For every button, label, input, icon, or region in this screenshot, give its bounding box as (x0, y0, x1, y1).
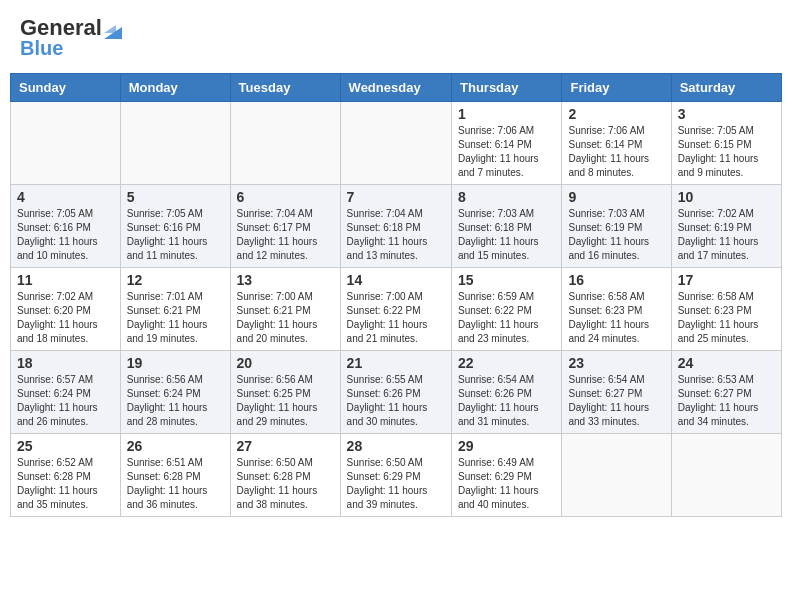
day-info: Sunrise: 6:50 AM Sunset: 6:29 PM Dayligh… (347, 456, 445, 512)
calendar-cell (340, 102, 451, 185)
day-number: 22 (458, 355, 555, 371)
day-number: 2 (568, 106, 664, 122)
day-info: Sunrise: 7:00 AM Sunset: 6:21 PM Dayligh… (237, 290, 334, 346)
calendar-cell: 14Sunrise: 7:00 AM Sunset: 6:22 PM Dayli… (340, 268, 451, 351)
day-number: 10 (678, 189, 775, 205)
day-number: 8 (458, 189, 555, 205)
calendar-cell: 27Sunrise: 6:50 AM Sunset: 6:28 PM Dayli… (230, 434, 340, 517)
day-number: 23 (568, 355, 664, 371)
day-number: 19 (127, 355, 224, 371)
day-number: 16 (568, 272, 664, 288)
logo-bird-icon (104, 17, 122, 39)
calendar-cell (671, 434, 781, 517)
calendar-week-row: 11Sunrise: 7:02 AM Sunset: 6:20 PM Dayli… (11, 268, 782, 351)
logo-blue-text: Blue (20, 37, 63, 60)
column-header-sunday: Sunday (11, 74, 121, 102)
calendar-cell: 9Sunrise: 7:03 AM Sunset: 6:19 PM Daylig… (562, 185, 671, 268)
calendar-week-row: 18Sunrise: 6:57 AM Sunset: 6:24 PM Dayli… (11, 351, 782, 434)
day-number: 1 (458, 106, 555, 122)
calendar-cell: 16Sunrise: 6:58 AM Sunset: 6:23 PM Dayli… (562, 268, 671, 351)
day-number: 14 (347, 272, 445, 288)
column-header-wednesday: Wednesday (340, 74, 451, 102)
calendar-cell: 13Sunrise: 7:00 AM Sunset: 6:21 PM Dayli… (230, 268, 340, 351)
calendar-week-row: 25Sunrise: 6:52 AM Sunset: 6:28 PM Dayli… (11, 434, 782, 517)
day-info: Sunrise: 6:56 AM Sunset: 6:25 PM Dayligh… (237, 373, 334, 429)
day-number: 15 (458, 272, 555, 288)
day-number: 13 (237, 272, 334, 288)
calendar-cell: 26Sunrise: 6:51 AM Sunset: 6:28 PM Dayli… (120, 434, 230, 517)
day-info: Sunrise: 6:51 AM Sunset: 6:28 PM Dayligh… (127, 456, 224, 512)
calendar-cell: 19Sunrise: 6:56 AM Sunset: 6:24 PM Dayli… (120, 351, 230, 434)
column-header-thursday: Thursday (452, 74, 562, 102)
calendar-cell: 10Sunrise: 7:02 AM Sunset: 6:19 PM Dayli… (671, 185, 781, 268)
day-info: Sunrise: 7:04 AM Sunset: 6:18 PM Dayligh… (347, 207, 445, 263)
calendar-cell: 22Sunrise: 6:54 AM Sunset: 6:26 PM Dayli… (452, 351, 562, 434)
calendar-cell: 4Sunrise: 7:05 AM Sunset: 6:16 PM Daylig… (11, 185, 121, 268)
calendar-cell: 18Sunrise: 6:57 AM Sunset: 6:24 PM Dayli… (11, 351, 121, 434)
day-info: Sunrise: 6:54 AM Sunset: 6:27 PM Dayligh… (568, 373, 664, 429)
calendar-week-row: 1Sunrise: 7:06 AM Sunset: 6:14 PM Daylig… (11, 102, 782, 185)
calendar-week-row: 4Sunrise: 7:05 AM Sunset: 6:16 PM Daylig… (11, 185, 782, 268)
day-number: 18 (17, 355, 114, 371)
day-info: Sunrise: 7:03 AM Sunset: 6:18 PM Dayligh… (458, 207, 555, 263)
calendar-cell: 1Sunrise: 7:06 AM Sunset: 6:14 PM Daylig… (452, 102, 562, 185)
day-info: Sunrise: 7:05 AM Sunset: 6:15 PM Dayligh… (678, 124, 775, 180)
column-header-monday: Monday (120, 74, 230, 102)
day-info: Sunrise: 6:58 AM Sunset: 6:23 PM Dayligh… (568, 290, 664, 346)
day-number: 27 (237, 438, 334, 454)
day-number: 6 (237, 189, 334, 205)
day-info: Sunrise: 6:54 AM Sunset: 6:26 PM Dayligh… (458, 373, 555, 429)
column-header-saturday: Saturday (671, 74, 781, 102)
day-number: 24 (678, 355, 775, 371)
calendar-cell (562, 434, 671, 517)
day-info: Sunrise: 7:03 AM Sunset: 6:19 PM Dayligh… (568, 207, 664, 263)
day-info: Sunrise: 7:05 AM Sunset: 6:16 PM Dayligh… (17, 207, 114, 263)
day-info: Sunrise: 6:56 AM Sunset: 6:24 PM Dayligh… (127, 373, 224, 429)
calendar-cell (230, 102, 340, 185)
calendar-cell (11, 102, 121, 185)
day-number: 26 (127, 438, 224, 454)
calendar-header-row: SundayMondayTuesdayWednesdayThursdayFrid… (11, 74, 782, 102)
day-info: Sunrise: 6:52 AM Sunset: 6:28 PM Dayligh… (17, 456, 114, 512)
calendar-cell: 25Sunrise: 6:52 AM Sunset: 6:28 PM Dayli… (11, 434, 121, 517)
calendar-cell: 2Sunrise: 7:06 AM Sunset: 6:14 PM Daylig… (562, 102, 671, 185)
day-number: 29 (458, 438, 555, 454)
day-info: Sunrise: 7:02 AM Sunset: 6:20 PM Dayligh… (17, 290, 114, 346)
day-info: Sunrise: 6:57 AM Sunset: 6:24 PM Dayligh… (17, 373, 114, 429)
calendar-cell: 6Sunrise: 7:04 AM Sunset: 6:17 PM Daylig… (230, 185, 340, 268)
day-number: 28 (347, 438, 445, 454)
calendar-cell: 17Sunrise: 6:58 AM Sunset: 6:23 PM Dayli… (671, 268, 781, 351)
day-number: 20 (237, 355, 334, 371)
day-info: Sunrise: 6:53 AM Sunset: 6:27 PM Dayligh… (678, 373, 775, 429)
day-number: 9 (568, 189, 664, 205)
day-info: Sunrise: 7:06 AM Sunset: 6:14 PM Dayligh… (568, 124, 664, 180)
day-info: Sunrise: 7:00 AM Sunset: 6:22 PM Dayligh… (347, 290, 445, 346)
day-info: Sunrise: 7:02 AM Sunset: 6:19 PM Dayligh… (678, 207, 775, 263)
calendar-cell (120, 102, 230, 185)
column-header-friday: Friday (562, 74, 671, 102)
day-info: Sunrise: 6:50 AM Sunset: 6:28 PM Dayligh… (237, 456, 334, 512)
calendar-cell: 28Sunrise: 6:50 AM Sunset: 6:29 PM Dayli… (340, 434, 451, 517)
calendar-cell: 20Sunrise: 6:56 AM Sunset: 6:25 PM Dayli… (230, 351, 340, 434)
day-number: 21 (347, 355, 445, 371)
calendar-table: SundayMondayTuesdayWednesdayThursdayFrid… (10, 73, 782, 517)
day-number: 7 (347, 189, 445, 205)
logo: General Blue (20, 15, 122, 60)
calendar-cell: 5Sunrise: 7:05 AM Sunset: 6:16 PM Daylig… (120, 185, 230, 268)
column-header-tuesday: Tuesday (230, 74, 340, 102)
day-info: Sunrise: 6:55 AM Sunset: 6:26 PM Dayligh… (347, 373, 445, 429)
day-number: 25 (17, 438, 114, 454)
day-info: Sunrise: 6:59 AM Sunset: 6:22 PM Dayligh… (458, 290, 555, 346)
day-info: Sunrise: 7:04 AM Sunset: 6:17 PM Dayligh… (237, 207, 334, 263)
calendar-cell: 11Sunrise: 7:02 AM Sunset: 6:20 PM Dayli… (11, 268, 121, 351)
day-info: Sunrise: 7:01 AM Sunset: 6:21 PM Dayligh… (127, 290, 224, 346)
day-number: 3 (678, 106, 775, 122)
day-info: Sunrise: 6:49 AM Sunset: 6:29 PM Dayligh… (458, 456, 555, 512)
calendar-cell: 7Sunrise: 7:04 AM Sunset: 6:18 PM Daylig… (340, 185, 451, 268)
day-number: 4 (17, 189, 114, 205)
day-info: Sunrise: 7:06 AM Sunset: 6:14 PM Dayligh… (458, 124, 555, 180)
day-number: 12 (127, 272, 224, 288)
day-info: Sunrise: 6:58 AM Sunset: 6:23 PM Dayligh… (678, 290, 775, 346)
day-info: Sunrise: 7:05 AM Sunset: 6:16 PM Dayligh… (127, 207, 224, 263)
page-header: General Blue (10, 10, 782, 65)
